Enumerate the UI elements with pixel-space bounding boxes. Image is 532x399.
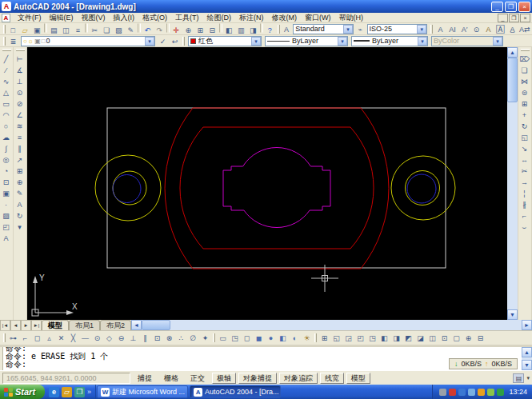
chevron-down-icon[interactable]: ▾ [343,25,353,34]
toolbar-grip[interactable] [182,37,185,46]
color-combo[interactable]: 红色 ▾ [188,36,262,46]
dim-style-manager-icon[interactable]: ⌁ [355,24,366,34]
diameter-dimension-icon[interactable]: ⊘ [14,98,26,109]
snap-endpoint-icon[interactable]: ◻ [31,333,43,343]
save-icon[interactable]: ▣ [31,25,43,35]
tab-last-button[interactable]: ►| [31,320,42,330]
pan-realtime-icon[interactable]: ✛ [170,25,182,35]
snap-extension-icon[interactable]: — [79,333,91,343]
horizontal-scroll-track[interactable] [170,320,522,330]
start-button[interactable]: Start [0,385,45,399]
dimension-text-edit-icon[interactable]: A [14,198,26,209]
mirror-icon[interactable]: ⋈ [518,75,530,86]
command-scrollbar[interactable]: ▲ ▼ [522,347,532,370]
toolbar-grip[interactable] [2,49,11,51]
line-icon[interactable]: ╱ [0,53,12,64]
quick-dimension-icon[interactable]: ≋ [14,120,26,131]
make-block-icon[interactable]: ▣ [0,187,12,198]
top-view-icon[interactable]: ◱ [330,333,342,343]
undo-icon[interactable]: ↶ [142,25,154,35]
center-mark-icon[interactable]: ⊕ [14,176,26,187]
chevron-down-icon[interactable]: ▾ [418,37,427,46]
inner-slot-profile[interactable] [180,127,374,249]
toolbar-grip[interactable] [278,25,280,34]
rectangle-icon[interactable]: ▭ [0,98,12,109]
make-object-layer-current-icon[interactable]: ✓ [157,36,169,46]
lights-icon[interactable]: ⊕ [462,333,474,343]
menu-item[interactable]: 编辑(E) [46,13,78,23]
tray-icon[interactable] [497,389,504,396]
vertical-scroll-thumb[interactable] [507,58,518,102]
tray-icon[interactable] [487,389,494,396]
lengthen-icon[interactable]: ↔ [518,154,530,165]
tray-icon[interactable] [458,389,466,396]
justify-text-icon[interactable]: A̲ [506,24,518,34]
bottom-view-icon[interactable]: ◲ [342,333,354,343]
right-hole-circle[interactable] [407,174,436,203]
flat-shaded-edges-icon[interactable]: ◧ [277,333,289,343]
scroll-up-icon[interactable]: ▲ [522,347,532,357]
osnap-settings-icon[interactable]: ✦ [199,333,211,343]
scroll-up-icon[interactable]: ▲ [507,47,518,58]
child-close-button[interactable]: × [520,14,530,22]
tool-palettes-icon[interactable]: ◨ [247,25,259,35]
sw-isometric-icon[interactable]: ◩ [402,333,414,343]
status-toggle-button[interactable]: 栅格 [159,373,183,384]
ellipse-icon[interactable]: ◎ [0,154,12,165]
spline-icon[interactable]: ∫ [0,142,12,154]
polyline-icon[interactable]: ∿ [0,75,12,86]
tolerance-icon[interactable]: ⊞ [14,165,26,176]
array-icon[interactable]: ⊞ [518,98,530,109]
status-tray-chevron-icon[interactable]: ▾ [526,375,530,381]
toolbar-grip[interactable] [3,25,6,34]
text-style-combo[interactable]: Standard ▾ [293,24,354,34]
quicklaunch-folder-icon[interactable]: ▱ [62,387,72,397]
snap-nearest-icon[interactable]: ∴ [175,333,187,343]
open-file-icon[interactable]: ▱ [19,25,31,35]
menu-item[interactable]: 插入(I) [110,13,139,23]
ordinate-dimension-icon[interactable]: ⊥ [14,75,26,86]
gouraud-shaded-icon[interactable]: ● [265,333,277,343]
status-toggle-button[interactable]: 正交 [186,373,210,384]
edit-text-icon[interactable]: A′ [458,24,470,34]
nw-isometric-icon[interactable]: ⊡ [438,333,450,343]
se-isometric-icon[interactable]: ◪ [414,333,426,343]
zoom-previous-icon[interactable]: ⊟ [206,25,218,35]
point-icon[interactable]: · [0,198,12,209]
front-view-icon[interactable]: ◧ [378,333,390,343]
left-hole-circle[interactable] [113,175,141,203]
hatch-icon[interactable]: ▨ [0,209,12,221]
toolbar-grip[interactable] [430,25,433,34]
snap-tangent-icon[interactable]: ⊖ [115,333,127,343]
offset-icon[interactable]: ⊜ [518,86,530,98]
properties-palette-icon[interactable]: ◧ [223,25,235,35]
status-toggle-button[interactable]: 对象追踪 [279,373,318,384]
layer-combo[interactable]: ○☼▣□ 0 ▾ [21,36,155,46]
menu-item[interactable]: 绘图(D) [203,13,236,23]
snap-quadrant-icon[interactable]: ◇ [103,333,115,343]
chevron-down-icon[interactable]: ▾ [145,37,154,46]
status-toggle-button[interactable]: 极轴 [212,373,236,384]
publish-icon[interactable]: ≡ [72,25,84,35]
linetype-combo[interactable]: ByLayer ▾ [265,36,348,46]
task-button[interactable]: W 新建 Microsoft Word ... [97,385,188,398]
move-icon[interactable]: + [518,109,530,120]
task-button[interactable]: A AutoCAD 2004 - [Dra... [190,385,281,398]
plot-icon[interactable]: ▤ [48,25,60,35]
materials-icon[interactable]: ⊟ [474,333,486,343]
print-preview-icon[interactable]: ◫ [60,25,72,35]
minimize-button[interactable]: _ [491,2,503,12]
2d-wireframe-icon[interactable]: ▭ [217,333,229,343]
close-button[interactable]: × [518,2,530,12]
aligned-dimension-icon[interactable]: ∡ [14,64,26,75]
ne-isometric-icon[interactable]: ◫ [426,333,438,343]
scroll-right-icon[interactable]: ► [522,320,532,330]
convert-distance-icon[interactable]: A⇄ [518,24,530,34]
match-properties-icon[interactable]: ✎ [125,25,137,35]
dim-style-combo[interactable]: ISO-25 ▾ [367,24,428,34]
status-toggle-button[interactable]: 线宽 [320,373,344,384]
layer-previous-icon[interactable]: ↩ [169,36,181,46]
help-icon[interactable]: ? [264,25,276,35]
dimension-edit-icon[interactable]: ✎ [14,187,26,198]
camera-icon[interactable]: ▢ [450,333,462,343]
